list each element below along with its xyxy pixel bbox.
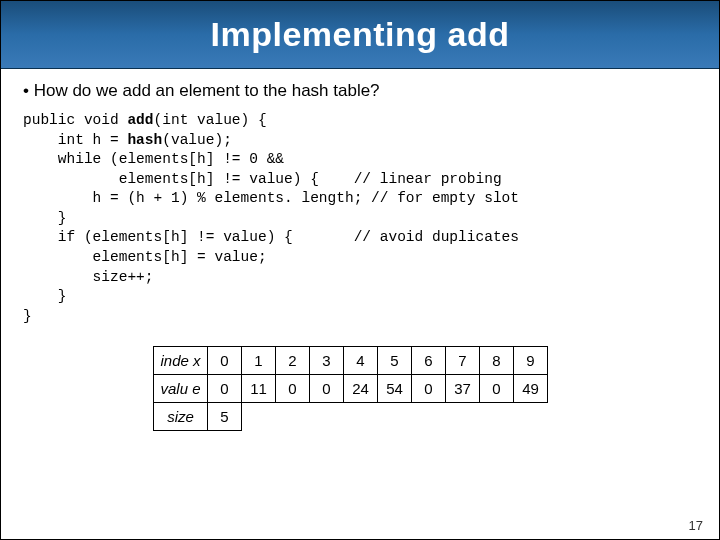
value-row: valu e 0 11 0 0 24 54 0 37 0 49 — [154, 375, 548, 403]
code-line-1a: public void — [23, 112, 127, 128]
code-method-name: add — [127, 112, 153, 128]
value-cell: 0 — [412, 375, 446, 403]
code-line-6: } — [23, 210, 67, 226]
size-cell: 5 — [208, 403, 242, 431]
code-line-1c: (int value) { — [154, 112, 267, 128]
index-cell: 8 — [480, 347, 514, 375]
index-row: inde x 0 1 2 3 4 5 6 7 8 9 — [154, 347, 548, 375]
page-number: 17 — [689, 518, 703, 533]
slide-body: • How do we add an element to the hash t… — [1, 69, 719, 431]
value-cell: 0 — [480, 375, 514, 403]
value-cell: 0 — [208, 375, 242, 403]
value-cell: 37 — [446, 375, 480, 403]
index-cell: 0 — [208, 347, 242, 375]
index-cell: 5 — [378, 347, 412, 375]
code-line-2a: int h = — [23, 132, 127, 148]
value-label: valu e — [154, 375, 208, 403]
value-cell: 24 — [344, 375, 378, 403]
value-cell: 11 — [242, 375, 276, 403]
code-line-4: elements[h] != value) { // linear probin… — [23, 171, 502, 187]
code-block: public void add(int value) { int h = has… — [23, 111, 697, 326]
code-hash-call: hash — [127, 132, 162, 148]
index-cell: 6 — [412, 347, 446, 375]
slide-header: Implementing add — [1, 1, 719, 69]
code-line-11: } — [23, 308, 32, 324]
hash-table-wrap: inde x 0 1 2 3 4 5 6 7 8 9 valu e 0 11 0… — [153, 346, 697, 431]
value-cell: 54 — [378, 375, 412, 403]
code-line-3: while (elements[h] != 0 && — [23, 151, 284, 167]
index-cell: 1 — [242, 347, 276, 375]
slide-title: Implementing add — [211, 15, 510, 54]
index-label: inde x — [154, 347, 208, 375]
code-line-5: h = (h + 1) % elements. length; // for e… — [23, 190, 519, 206]
size-label: size — [154, 403, 208, 431]
hash-table: inde x 0 1 2 3 4 5 6 7 8 9 valu e 0 11 0… — [153, 346, 548, 431]
index-cell: 4 — [344, 347, 378, 375]
index-cell: 3 — [310, 347, 344, 375]
value-cell: 0 — [276, 375, 310, 403]
code-line-10: } — [23, 288, 67, 304]
index-cell: 2 — [276, 347, 310, 375]
value-cell: 0 — [310, 375, 344, 403]
size-row: size 5 — [154, 403, 548, 431]
index-cell: 7 — [446, 347, 480, 375]
bullet-question: • How do we add an element to the hash t… — [23, 81, 697, 101]
code-line-8: elements[h] = value; — [23, 249, 267, 265]
code-line-7: if (elements[h] != value) { // avoid dup… — [23, 229, 519, 245]
code-line-9: size++; — [23, 269, 154, 285]
code-line-2c: (value); — [162, 132, 232, 148]
index-cell: 9 — [514, 347, 548, 375]
value-cell: 49 — [514, 375, 548, 403]
